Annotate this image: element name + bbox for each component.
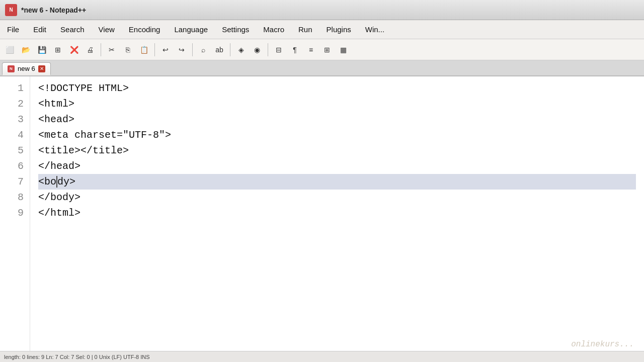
menu-item-language[interactable]: Language [167,22,215,37]
cut-button[interactable]: ✂ [104,42,119,57]
toolbar-separator [101,43,101,56]
code-line[interactable]: </html> [38,205,636,221]
line-number: 2 [6,96,24,112]
menu-item-settings[interactable]: Settings [215,22,256,37]
status-text: length: 0 lines: 9 Ln: 7 Col: 7 Sel: 0 |… [4,354,150,360]
redo-button[interactable]: ↪ [174,42,189,57]
menu-item-file[interactable]: File [0,22,26,37]
toolbar-separator [154,43,155,56]
menu-item-plugins[interactable]: Plugins [319,22,358,37]
show-all-button[interactable]: ¶ [287,42,302,57]
code-line[interactable]: <meta charset="UTF-8"> [38,127,636,143]
tab-close-button[interactable]: ✕ [38,65,45,72]
toolbar-separator [268,43,268,56]
menu-item-macro[interactable]: Macro [256,22,291,37]
line-number: 4 [6,127,24,143]
menu-item-run[interactable]: Run [291,22,319,37]
save-all-button[interactable]: ⊞ [50,42,65,57]
toolbar-separator [192,43,193,56]
toolbar-separator [230,43,230,56]
line-number: 6 [6,158,24,174]
toolbar: ⬜📂💾⊞❌🖨✂⎘📋↩↪⌕ab◈◉⊟¶≡⊞▦ [0,39,644,60]
close-button[interactable]: ❌ [66,42,82,57]
window-title: *new 6 - Notepad++ [21,6,86,14]
save-button[interactable]: 💾 [34,42,49,57]
code-line[interactable]: <head> [38,112,636,127]
code-line[interactable]: </head> [38,158,636,174]
title-bar: N *new 6 - Notepad++ [0,0,644,20]
undo-button[interactable]: ↩ [158,42,173,57]
new-file-button[interactable]: ⬜ [2,42,17,57]
status-bar: length: 0 lines: 9 Ln: 7 Col: 7 Sel: 0 |… [0,351,644,362]
menu-item-edit[interactable]: Edit [26,22,53,37]
print-button[interactable]: 🖨 [83,42,98,57]
find-button[interactable]: ⌕ [196,42,211,57]
line-number: 8 [6,190,24,205]
code-line[interactable]: <title></title> [38,143,636,158]
line-numbers: 123456789 [0,76,30,351]
line-number: 3 [6,112,24,127]
indent-guide-button[interactable]: ⊟ [271,42,286,57]
menu-item-win[interactable]: Win... [358,22,391,37]
paste-button[interactable]: 📋 [136,42,151,57]
app-icon: N [5,4,17,16]
copy-button[interactable]: ⎘ [120,42,135,57]
find-replace-button[interactable]: ab [212,42,227,57]
tab-bar: N new 6 ✕ [0,60,644,76]
cursor [56,176,57,188]
tab-label: new 6 [18,65,35,72]
line-number: 9 [6,205,24,221]
wrap-button[interactable]: ⊞ [319,42,335,57]
tab-new6[interactable]: N new 6 ✕ [2,62,51,75]
line-number: 7 [6,174,24,190]
code-line[interactable]: <!DOCTYPE HTML> [38,80,636,96]
code-line[interactable]: </body> [38,190,636,205]
watermark: onlinekurs... [571,340,634,349]
code-line[interactable]: <html> [38,96,636,112]
tab-file-icon: N [8,65,15,72]
view-button[interactable]: ▦ [336,42,351,57]
menu-item-encoding[interactable]: Encoding [122,22,168,37]
editor-area[interactable]: 123456789 <!DOCTYPE HTML><html><head><me… [0,76,644,351]
open-button[interactable]: 📂 [18,42,33,57]
code-line[interactable]: <body> [38,174,636,190]
bookmark-button[interactable]: ◈ [233,42,249,57]
menu-item-view[interactable]: View [92,22,122,37]
code-content[interactable]: <!DOCTYPE HTML><html><head><meta charset… [30,76,644,351]
menu-item-search[interactable]: Search [53,22,92,37]
bookmark2-button[interactable]: ◉ [250,42,265,57]
indent-button[interactable]: ≡ [303,42,318,57]
menu-bar: FileEditSearchViewEncodingLanguageSettin… [0,20,644,39]
line-number: 5 [6,143,24,158]
line-number: 1 [6,80,24,96]
